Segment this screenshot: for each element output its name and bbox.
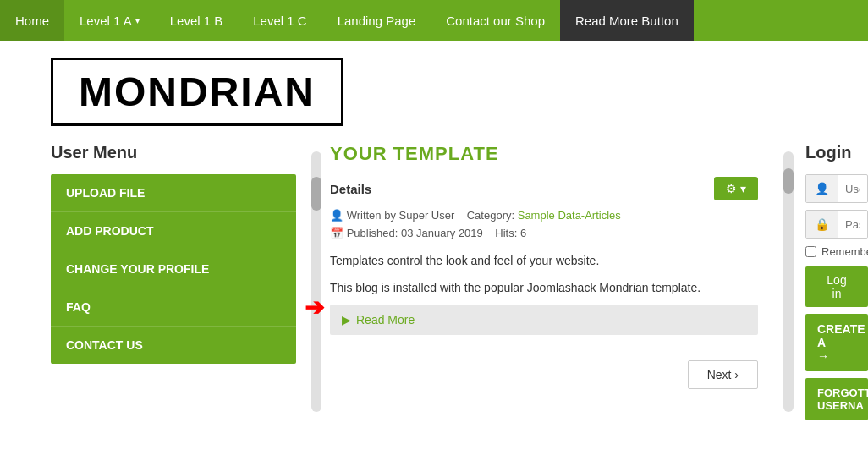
nav-landing[interactable]: Landing Page (322, 0, 431, 41)
remember-row: Remembe (805, 245, 868, 258)
scroll-thumb-right[interactable] (783, 168, 794, 194)
nav-home[interactable]: Home (0, 0, 64, 41)
username-input[interactable] (838, 176, 867, 202)
article-section: YOUR TEMPLATE Details ⚙ ▾ 👤 Written by S… (321, 143, 758, 389)
logo-text: MONDRIAN (79, 69, 316, 115)
author-text: Written by Super User (347, 209, 455, 222)
article-body1: Templates control the look and feel of y… (330, 251, 758, 270)
article-meta-date: 📅 Published: 03 January 2019 Hits: 6 (330, 227, 758, 239)
article-body2: This blog is installed with the popular … (330, 278, 758, 297)
user-icon: 👤 (806, 175, 838, 202)
logo-box: MONDRIAN (51, 58, 343, 126)
readmore-triangle: ▶ (342, 313, 351, 327)
author-icon: 👤 (330, 209, 343, 222)
arrow-container: ➔ This blog is installed with the popula… (330, 278, 758, 334)
hits-text: Hits: 6 (495, 227, 526, 239)
remember-label: Remembe (821, 245, 868, 258)
sidebar-item-changeprofile[interactable]: CHANGE YOUR PROFILE (51, 250, 296, 288)
readmore-label: Read More (356, 313, 415, 327)
sidebar-item-addproduct[interactable]: ADD PRODUCT (51, 212, 296, 250)
password-input-group: 🔒 (805, 210, 868, 239)
login-button[interactable]: Log in (805, 266, 868, 307)
left-sidebar: User Menu UPLOAD FILE ADD PRODUCT CHANGE… (51, 143, 296, 420)
lock-icon: 🔒 (806, 211, 838, 238)
red-arrow-icon: ➔ (305, 293, 324, 321)
login-title: Login (805, 143, 868, 162)
pagination-area: Next › (330, 360, 758, 389)
dropdown-arrow: ▾ (135, 16, 140, 25)
details-bar: Details ⚙ ▾ (330, 177, 758, 200)
password-input[interactable] (838, 211, 867, 238)
category-label: Category: (467, 209, 514, 222)
nav-contact[interactable]: Contact our Shop (431, 0, 560, 41)
right-sidebar: Login 👤 🔒 Remembe Log in CREATE A → FORG… (775, 143, 868, 420)
article-title: YOUR TEMPLATE (330, 143, 758, 165)
article-meta-author: 👤 Written by Super User Category: Sample… (330, 209, 758, 222)
create-label: CREATE A (817, 322, 865, 349)
nav-level1b[interactable]: Level 1 B (155, 0, 239, 41)
read-more-bar[interactable]: ▶ Read More (330, 305, 758, 335)
create-button[interactable]: CREATE A → (805, 314, 868, 371)
details-label: Details (330, 182, 371, 196)
sidebar-item-upload[interactable]: UPLOAD FILE (51, 174, 296, 212)
published-text: Published: 03 January 2019 (347, 227, 483, 239)
date-icon: 📅 (330, 227, 343, 239)
sidebar-item-faq[interactable]: FAQ (51, 288, 296, 327)
scroll-bar-left[interactable] (311, 151, 321, 412)
sidebar-item-contactus[interactable]: CONTACT US (51, 327, 296, 364)
scroll-thumb-left[interactable] (311, 177, 321, 211)
center-content: YOUR TEMPLATE Details ⚙ ▾ 👤 Written by S… (296, 143, 775, 420)
nav-level1c[interactable]: Level 1 C (238, 0, 321, 41)
main-content: Ask a question User Menu UPLOAD FILE ADD… (0, 134, 868, 420)
create-arrow-icon: → (817, 349, 829, 363)
remember-checkbox[interactable] (805, 246, 816, 257)
login-panel: Login 👤 🔒 Remembe Log in CREATE A → FORG… (805, 143, 868, 420)
category-link[interactable]: Sample Data-Articles (518, 209, 621, 222)
username-input-group: 👤 (805, 174, 868, 203)
nav-level1a[interactable]: Level 1 A ▾ (64, 0, 155, 41)
logo-area: MONDRIAN (0, 41, 868, 134)
forgot-button[interactable]: FORGOTT USERNA (805, 378, 868, 420)
nav-readmore[interactable]: Read More Button (560, 0, 694, 41)
forgot-label: FORGOTT (817, 387, 868, 399)
sidebar-menu: UPLOAD FILE ADD PRODUCT CHANGE YOUR PROF… (51, 174, 296, 364)
forgot-username-label: USERNA (817, 399, 864, 412)
gear-button[interactable]: ⚙ ▾ (714, 177, 758, 200)
sidebar-title: User Menu (51, 143, 296, 162)
scroll-bar-right[interactable] (783, 151, 794, 412)
navigation: Home Level 1 A ▾ Level 1 B Level 1 C Lan… (0, 0, 868, 41)
next-button[interactable]: Next › (688, 360, 758, 389)
